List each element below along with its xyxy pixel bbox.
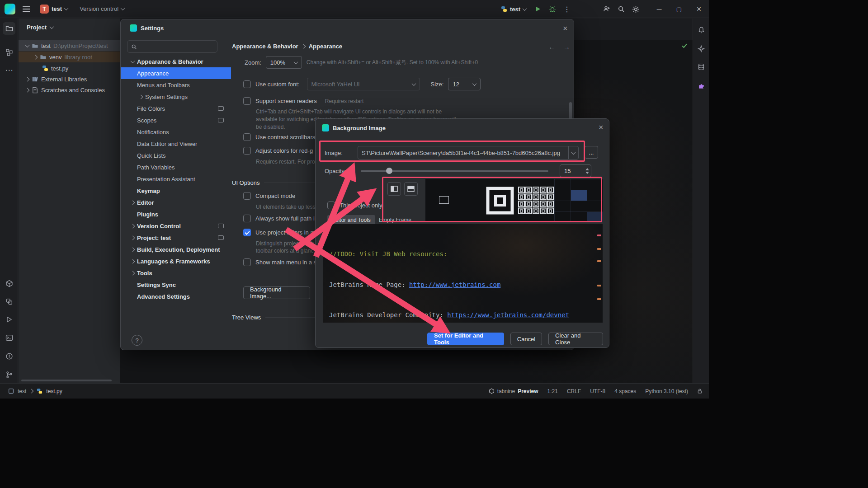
project-colors-checkbox[interactable]: [243, 229, 251, 236]
search-everywhere-button[interactable]: [614, 2, 628, 16]
clear-and-close-button[interactable]: Clear and Close: [548, 333, 603, 345]
settings-close-button[interactable]: ×: [563, 24, 568, 33]
tabnine-widget[interactable]: tabnine Preview: [489, 388, 538, 394]
settings-tree-quick-lists[interactable]: Quick Lists: [121, 150, 231, 161]
browse-button[interactable]: ...: [585, 146, 598, 159]
set-for-editor-and-tools-button[interactable]: Set for Editor and Tools: [427, 333, 504, 345]
more-tool-windows-button[interactable]: ⋯: [3, 64, 15, 76]
minimize-button[interactable]: ─: [649, 0, 669, 18]
settings-tree-keymap[interactable]: Keymap: [121, 185, 231, 197]
line-separator-widget[interactable]: CRLF: [567, 388, 581, 394]
error-stripe-mark: [597, 285, 601, 286]
project-widget[interactable]: T test: [40, 5, 68, 14]
settings-tree-version-control[interactable]: Version Control: [121, 220, 231, 232]
project-colors-note: toolbar colors at a glance.: [256, 248, 318, 254]
this-project-only-checkbox[interactable]: [327, 202, 335, 209]
problems-button[interactable]: [3, 350, 15, 362]
background-image-button[interactable]: Background Image...: [243, 286, 310, 299]
settings-tree-project-test[interactable]: Project: test: [121, 232, 231, 244]
horizontal-scrollbar[interactable]: [21, 380, 112, 381]
font-family-select[interactable]: Microsoft YaHei UI: [307, 78, 420, 90]
python-packages-button[interactable]: [3, 277, 15, 290]
slider-thumb[interactable]: [386, 168, 392, 174]
back-arrow-icon[interactable]: ←: [548, 43, 555, 51]
lock-icon[interactable]: [697, 388, 703, 394]
font-size-select[interactable]: 12: [448, 78, 481, 90]
settings-tree-presentation-assistant[interactable]: Presentation Assistant: [121, 173, 231, 185]
terminal-button[interactable]: [3, 331, 15, 344]
tree-item-project-root[interactable]: test D:\pythonProject\test: [19, 40, 120, 51]
settings-tree-plugins[interactable]: Plugins: [121, 208, 231, 220]
forward-arrow-icon[interactable]: →: [563, 43, 570, 51]
tree-item-testpy[interactable]: test.py: [19, 63, 120, 74]
settings-tree-scopes[interactable]: Scopes: [121, 114, 231, 126]
settings-tree-appearance[interactable]: Appearance: [121, 67, 231, 79]
tree-item-external-libraries[interactable]: External Libraries: [19, 74, 120, 84]
settings-tree-data-editor[interactable]: Data Editor and Viewer: [121, 138, 231, 150]
chevron-down-icon: [293, 60, 298, 64]
tab-editor-and-tools[interactable]: Editor and Tools: [327, 215, 375, 225]
contrast-scrollbars-checkbox[interactable]: [243, 133, 251, 141]
caret-position-widget[interactable]: 1:21: [547, 388, 558, 394]
use-custom-font-checkbox[interactable]: [243, 80, 251, 88]
run-configuration-widget[interactable]: test: [501, 6, 526, 13]
screen-readers-note: Ctrl+Tab and Ctrl+Shift+Tab will navigat…: [256, 108, 442, 115]
ai-assistant-button[interactable]: [695, 43, 707, 55]
status-breadcrumb-project[interactable]: test: [18, 388, 26, 394]
run-button[interactable]: [531, 2, 545, 16]
full-path-checkbox[interactable]: [243, 215, 251, 222]
settings-tree-file-colors[interactable]: File Colors: [121, 103, 231, 114]
plugins-button[interactable]: [695, 80, 707, 92]
services-button[interactable]: [3, 295, 15, 308]
status-breadcrumb-file[interactable]: test.py: [46, 388, 62, 394]
settings-tree-languages-frameworks[interactable]: Languages & Frameworks: [121, 255, 231, 267]
settings-tree-menus-toolbars[interactable]: Menus and Toolbars: [121, 79, 231, 91]
chevron-down-icon: [472, 81, 477, 86]
tree-item-scratches[interactable]: Scratches and Consoles: [19, 84, 120, 95]
settings-tree-editor[interactable]: Editor: [121, 197, 231, 208]
settings-tree-advanced-settings[interactable]: Advanced Settings: [121, 291, 231, 302]
settings-tree-notifications[interactable]: Notifications: [121, 126, 231, 138]
close-window-button[interactable]: ×: [689, 0, 709, 18]
database-button[interactable]: [695, 61, 707, 73]
settings-search-input[interactable]: [140, 43, 208, 50]
code-with-me-button[interactable]: [599, 2, 614, 16]
run-tool-button[interactable]: [3, 313, 15, 326]
maximize-button[interactable]: ▢: [669, 0, 689, 18]
structure-tool-button[interactable]: [3, 46, 15, 58]
interpreter-widget[interactable]: Python 3.10 (test): [645, 388, 688, 394]
screen-readers-note: be disabled.: [256, 124, 285, 130]
settings-button[interactable]: [628, 2, 643, 16]
help-button[interactable]: ?: [132, 335, 142, 346]
project-panel-header[interactable]: Project: [27, 24, 53, 31]
version-control-tool-button[interactable]: [3, 368, 15, 381]
settings-tree-system-settings[interactable]: System Settings: [121, 91, 231, 103]
main-menu-checkbox[interactable]: [243, 258, 251, 266]
spinner-arrows[interactable]: [583, 165, 591, 177]
cancel-button[interactable]: Cancel: [510, 333, 542, 345]
notifications-button[interactable]: [695, 24, 707, 36]
project-tool-button[interactable]: [3, 22, 15, 35]
tree-item-venv[interactable]: venv library root: [19, 52, 120, 62]
more-actions-button[interactable]: ⋮: [560, 2, 574, 16]
vcs-widget[interactable]: Version control: [80, 5, 124, 12]
zoom-select[interactable]: 100%: [266, 56, 302, 69]
encoding-widget[interactable]: UTF-8: [590, 388, 605, 394]
settings-dialog-title: Settings: [130, 24, 164, 32]
settings-tree-settings-sync[interactable]: Settings Sync: [121, 279, 231, 291]
breadcrumb: Appearance & Behavior Appearance: [232, 43, 342, 50]
adjust-colors-checkbox[interactable]: [243, 147, 251, 155]
settings-tree-build-execution[interactable]: Build, Execution, Deployment: [121, 244, 231, 255]
settings-tree-tools[interactable]: Tools: [121, 267, 231, 279]
main-menu-button[interactable]: [19, 2, 33, 16]
indent-widget[interactable]: 4 spaces: [614, 388, 636, 394]
settings-tree-appearance-behavior[interactable]: Appearance & Behavior: [121, 56, 231, 67]
support-screen-readers-checkbox[interactable]: [243, 97, 251, 105]
opacity-spinner[interactable]: 15: [560, 164, 591, 177]
settings-tree-path-variables[interactable]: Path Variables: [121, 161, 231, 173]
compact-mode-checkbox[interactable]: [243, 192, 251, 200]
opacity-slider[interactable]: [361, 167, 548, 175]
debug-button[interactable]: [545, 2, 560, 16]
settings-search-field[interactable]: [127, 40, 217, 53]
bg-dialog-close-button[interactable]: ×: [599, 123, 604, 131]
